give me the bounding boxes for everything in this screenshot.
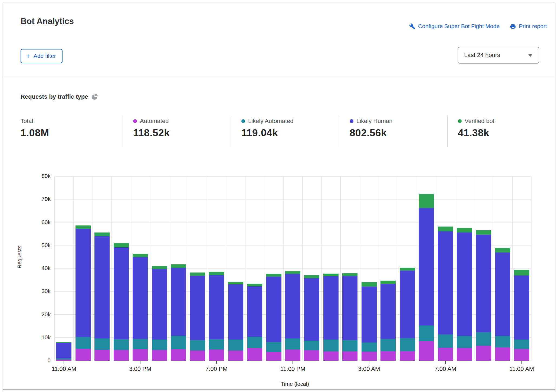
x-tick-label: 3:00 PM (113, 366, 167, 373)
bar-11-00-am[interactable] (514, 176, 529, 361)
segment-automated (209, 350, 224, 361)
segment-verified-bot (152, 266, 167, 269)
bar-10-00-pm[interactable] (266, 176, 281, 361)
bar-11-00-am[interactable] (56, 176, 71, 361)
x-tick-mark (140, 361, 140, 364)
segment-likely-human (76, 229, 91, 337)
segment-automated (380, 351, 396, 361)
gridline-v (93, 176, 93, 361)
bar-3-00-am[interactable] (362, 176, 377, 361)
gridline-v (531, 176, 531, 361)
segment-automated (228, 351, 243, 361)
bar-7-00-am[interactable] (438, 176, 453, 361)
bar-8-00-am[interactable] (457, 176, 472, 361)
bar-1-00-am[interactable] (323, 176, 339, 361)
segment-likely-human (476, 235, 491, 332)
segment-likely-automated (476, 332, 491, 346)
segment-likely-automated (94, 338, 110, 350)
segment-verified-bot (457, 228, 472, 232)
gridline-v (455, 176, 455, 361)
gridline-v (340, 176, 341, 361)
bar-1-00-pm[interactable] (94, 176, 110, 361)
segment-verified-bot (304, 275, 319, 278)
y-tick-label: 80k (32, 173, 51, 179)
gridline-v (398, 176, 398, 361)
bar-12-00-pm[interactable] (76, 176, 91, 361)
bar-4-00-am[interactable] (380, 176, 396, 361)
segment-likely-human (304, 278, 319, 341)
time-range-select[interactable]: Last 24 hours (458, 47, 539, 64)
bar-12-00-am[interactable] (304, 176, 319, 361)
bar-9-00-pm[interactable] (247, 176, 262, 361)
segment-likely-human (152, 269, 167, 340)
configure-super-bot-fight-mode-link[interactable]: Configure Super Bot Fight Mode (409, 23, 500, 29)
segment-likely-human (171, 268, 186, 336)
bar-11-00-pm[interactable] (285, 176, 300, 361)
bot-analytics-card: Bot Analytics Configure Super Bot Fight … (2, 2, 556, 392)
bar-8-00-pm[interactable] (228, 176, 243, 361)
bar-2-00-pm[interactable] (114, 176, 129, 361)
bar-7-00-pm[interactable] (209, 176, 224, 361)
stat-label: Total (21, 118, 33, 125)
stat-divider (447, 115, 448, 147)
bar-3-00-pm[interactable] (133, 176, 148, 361)
stat-value: 118.52k (133, 127, 170, 139)
gridline-v (264, 176, 264, 361)
segment-automated (323, 351, 339, 361)
segment-likely-automated (457, 336, 472, 348)
bar-2-00-am[interactable] (342, 176, 357, 361)
gridline-v (474, 176, 474, 361)
x-tick-mark (521, 361, 522, 364)
segment-likely-automated (514, 340, 529, 349)
bar-5-00-am[interactable] (400, 176, 415, 361)
segment-likely-automated (342, 340, 357, 351)
section-title-row: Requests by traffic type (21, 93, 98, 100)
segment-likely-automated (228, 340, 243, 351)
segment-automated (495, 347, 510, 361)
add-filter-label: Add filter (34, 53, 56, 59)
x-tick-mark (369, 361, 369, 364)
gridline-v (417, 176, 417, 361)
y-tick-label: 40k (32, 265, 51, 271)
header-actions: Configure Super Bot Fight Mode Print rep… (409, 23, 547, 29)
segment-likely-human (94, 236, 110, 339)
segment-likely-human (514, 275, 529, 340)
stat-likely-automated[interactable]: Likely Automated119.04k (241, 117, 294, 139)
bar-9-00-am[interactable] (476, 176, 491, 361)
stat-verified-bot[interactable]: Verified bot41.38k (458, 117, 494, 139)
segment-likely-automated (400, 338, 415, 351)
bar-10-00-am[interactable] (495, 176, 510, 361)
segment-verified-bot (114, 243, 129, 247)
segment-likely-human (56, 343, 71, 358)
y-tick-label: 60k (32, 219, 51, 225)
segment-verified-bot (495, 248, 510, 253)
gridline-v (302, 176, 303, 361)
add-filter-button[interactable]: + Add filter (21, 49, 63, 63)
segment-automated (94, 350, 110, 361)
plus-icon: + (26, 53, 30, 59)
stat-likely-human[interactable]: Likely Human802.56k (350, 117, 392, 139)
stat-divider (231, 115, 231, 147)
segment-likely-human (438, 231, 453, 334)
bar-6-00-am[interactable] (419, 176, 434, 361)
bar-6-00-pm[interactable] (190, 176, 205, 361)
segment-likely-human (190, 276, 205, 340)
header-divider (2, 77, 556, 77)
bar-4-00-pm[interactable] (152, 176, 167, 361)
print-report-link[interactable]: Print report (510, 23, 547, 29)
x-tick-label: 7:00 PM (189, 366, 244, 373)
segment-verified-bot (285, 271, 300, 274)
segment-automated (56, 360, 71, 361)
segment-automated (438, 348, 453, 361)
segment-likely-automated (495, 336, 510, 347)
gridline-v (188, 176, 188, 361)
segment-likely-automated (76, 337, 91, 349)
segment-automated (114, 350, 129, 361)
gridline-v (226, 176, 226, 361)
segment-verified-bot (342, 273, 357, 276)
stat-automated[interactable]: Automated118.52k (133, 117, 170, 139)
wrench-icon (409, 23, 415, 29)
segment-likely-automated (266, 342, 281, 352)
segment-likely-human (400, 271, 415, 338)
bar-5-00-pm[interactable] (171, 176, 186, 361)
